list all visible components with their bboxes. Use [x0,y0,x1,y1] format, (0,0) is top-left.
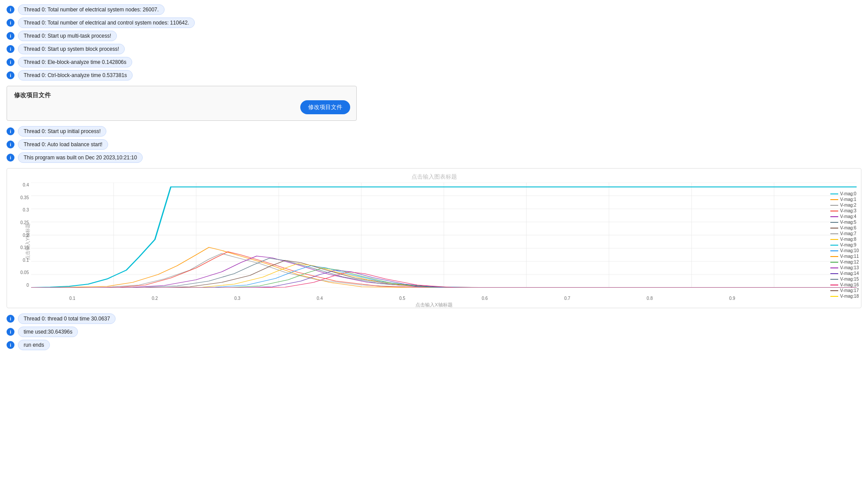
legend-line-V-mag:3 [830,211,838,211]
info-row-msg3: iThread 0: Start up multi-task process! [7,31,861,41]
legend-item-V-mag:15: V-mag:15 [830,277,859,281]
x-tick-7: 0.8 [647,296,653,301]
legend-line-V-mag:16 [830,285,838,285]
info-row-msg12: irun ends [7,340,861,350]
legend-line-V-mag:12 [830,262,838,263]
legend-label-V-mag:9: V-mag:9 [840,243,856,247]
info-icon-msg9: i [7,154,14,162]
x-tick-2: 0.3 [234,296,240,301]
info-icon-msg3: i [7,32,14,40]
info-row-msg7: iThread 0: Start up initial process! [7,126,861,137]
legend-item-V-mag:6: V-mag:6 [830,225,859,230]
info-text-msg12: run ends [18,340,50,350]
info-text-msg2: Thread 0: Total number of electrical and… [18,18,195,28]
info-text-msg10: Thread 0: thread 0 total time 30.0637 [18,313,116,324]
legend-item-V-mag:8: V-mag:8 [830,237,859,242]
info-text-msg3: Thread 0: Start up multi-task process! [18,31,117,41]
legend-label-V-mag:0: V-mag:0 [840,191,856,196]
info-icon-msg8: i [7,141,14,148]
legend-item-V-mag:1: V-mag:1 [830,197,859,202]
modify-project-button[interactable]: 修改项目文件 [300,100,350,114]
legend-label-V-mag:1: V-mag:1 [840,197,856,202]
legend-item-V-mag:17: V-mag:17 [830,288,859,293]
legend-label-V-mag:17: V-mag:17 [840,288,859,293]
chart-area: 点击输入Y轴标题 [7,183,861,301]
legend-line-V-mag:14 [830,273,838,274]
legend-item-V-mag:5: V-mag:5 [830,220,859,225]
legend-label-V-mag:12: V-mag:12 [840,260,859,264]
legend-label-V-mag:13: V-mag:13 [840,265,859,270]
legend-item-V-mag:4: V-mag:4 [830,214,859,219]
info-row-msg10: iThread 0: thread 0 total time 30.0637 [7,313,861,324]
x-tick-5: 0.6 [481,296,488,301]
modify-section: 修改项目文件 修改项目文件 [7,86,357,121]
legend-line-V-mag:15 [830,279,838,280]
info-row-msg9: iThis program was built on Dec 20 2023,1… [7,152,861,163]
legend-item-V-mag:9: V-mag:9 [830,243,859,247]
x-tick-0: 0.1 [69,296,75,301]
legend-item-V-mag:2: V-mag:2 [830,203,859,208]
legend-item-V-mag:0: V-mag:0 [830,191,859,196]
legend-label-V-mag:16: V-mag:16 [840,282,859,287]
legend-line-V-mag:9 [830,245,838,246]
info-icon-msg2: i [7,19,14,27]
legend-line-V-mag:8 [830,239,838,240]
y-tick-2: 0.3 [9,208,29,212]
legend-line-V-mag:4 [830,216,838,217]
y-tick-7: 0.05 [9,270,29,275]
legend-line-V-mag:7 [830,233,838,234]
info-icon-msg5: i [7,58,14,66]
y-tick-8: 0 [9,283,29,288]
y-tick-4: 0.2 [9,233,29,238]
info-row-msg2: iThread 0: Total number of electrical an… [7,18,861,28]
info-row-msg4: iThread 0: Start up system block process… [7,44,861,54]
chart-legend: V-mag:0V-mag:1V-mag:2V-mag:3V-mag:4V-mag… [830,191,859,299]
info-text-msg5: Thread 0: Ele-block-analyze time 0.14280… [18,57,132,67]
legend-item-V-mag:11: V-mag:11 [830,254,859,259]
info-row-msg8: iThread 0: Auto load balance start! [7,139,861,150]
info-icon-msg10: i [7,315,14,323]
chart-x-label[interactable]: 点击输入X轴标题 [7,302,861,308]
info-text-msg11: time used:30.64396s [18,327,78,337]
x-tick-4: 0.5 [399,296,405,301]
chart-svg-container: 0.4 0.35 0.3 0.25 0.2 0.15 0.1 0.05 0 [31,183,857,288]
legend-line-V-mag:6 [830,228,838,229]
info-icon-msg7: i [7,127,14,135]
legend-item-V-mag:13: V-mag:13 [830,265,859,270]
legend-label-V-mag:14: V-mag:14 [840,271,859,276]
info-icon-msg1: i [7,6,14,14]
x-tick-3: 0.4 [317,296,323,301]
y-tick-3: 0.25 [9,220,29,225]
legend-line-V-mag:13 [830,267,838,268]
legend-label-V-mag:7: V-mag:7 [840,231,856,236]
info-text-msg1: Thread 0: Total number of electrical sys… [18,4,165,15]
legend-label-V-mag:6: V-mag:6 [840,225,856,230]
info-row-msg1: iThread 0: Total number of electrical sy… [7,4,861,15]
legend-item-V-mag:10: V-mag:10 [830,248,859,253]
legend-line-V-mag:1 [830,199,838,200]
info-icon-msg11: i [7,328,14,336]
info-row-msg11: itime used:30.64396s [7,327,861,337]
y-tick-6: 0.1 [9,258,29,263]
legend-label-V-mag:3: V-mag:3 [840,208,856,213]
legend-line-V-mag:0 [830,193,838,194]
info-row-msg5: iThread 0: Ele-block-analyze time 0.1428… [7,57,861,67]
legend-label-V-mag:15: V-mag:15 [840,277,859,281]
legend-item-V-mag:3: V-mag:3 [830,208,859,213]
y-tick-0: 0.4 [9,183,29,187]
legend-item-V-mag:16: V-mag:16 [830,282,859,287]
legend-line-V-mag:11 [830,256,838,257]
legend-line-V-mag:17 [830,290,838,291]
legend-label-V-mag:18: V-mag:18 [840,294,859,299]
chart-title[interactable]: 点击输入图表标题 [7,173,861,181]
x-tick-8: 0.9 [729,296,735,301]
info-text-msg4: Thread 0: Start up system block process! [18,44,125,54]
legend-item-V-mag:18: V-mag:18 [830,294,859,299]
chart-svg [31,183,857,288]
legend-label-V-mag:2: V-mag:2 [840,203,856,208]
legend-label-V-mag:11: V-mag:11 [840,254,859,259]
legend-item-V-mag:14: V-mag:14 [830,271,859,276]
legend-label-V-mag:5: V-mag:5 [840,220,856,225]
modify-section-title: 修改项目文件 [14,91,349,99]
legend-line-V-mag:18 [830,296,838,297]
